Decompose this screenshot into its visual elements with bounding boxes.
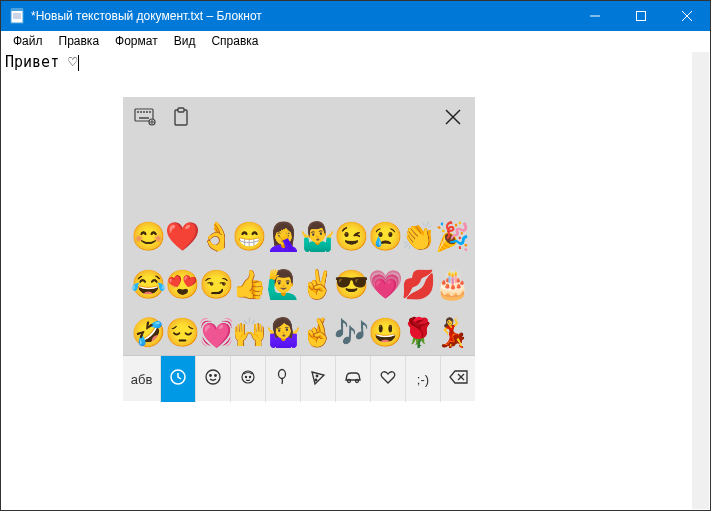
emoji[interactable]: 🙋‍♂️ [266,265,300,305]
emoji[interactable]: 😢 [368,217,402,257]
svg-point-28 [279,370,286,379]
emoji[interactable]: 😃 [368,313,402,353]
emoji-picker-panel: 😊 ❤️ 👌 😁 🤦‍♀️ 🤷‍♂️ 😉 😢 👏 🎉 😂 😍 😏 👍 🙋‍♂️ … [123,97,475,401]
emoji[interactable]: 😍 [165,265,199,305]
backspace-button[interactable] [441,356,476,402]
menu-format[interactable]: Формат [107,32,166,50]
emoji[interactable]: 🎶 [334,313,368,353]
emoji[interactable]: 👌 [199,217,233,257]
emoji[interactable]: 😉 [334,217,368,257]
emoji[interactable]: ✌️ [300,265,334,305]
emoji-row: 😊 ❤️ 👌 😁 🤦‍♀️ 🤷‍♂️ 😉 😢 👏 🎉 [131,215,469,259]
emoji[interactable]: 🤷‍♂️ [300,217,334,257]
menu-help[interactable]: Справка [203,32,266,50]
emoji[interactable]: 🙌 [232,313,266,353]
smiley-icon [204,368,222,390]
person-icon [239,368,257,390]
window-title: *Новый текстовый документ.txt – Блокнот [31,9,572,23]
category-transport[interactable] [336,356,371,402]
emoji[interactable]: 🤦‍♀️ [266,217,300,257]
category-smileys[interactable] [196,356,231,402]
emoji-row: 😂 😍 😏 👍 🙋‍♂️ ✌️ 😎 💗 💋 🎂 [131,263,469,307]
pizza-icon [309,368,327,390]
emoji-row: 🤣 😔 💓 🙌 🤷‍♀️ 🤞 🎶 😃 🌹 💃 [131,311,469,355]
svg-rect-1 [11,8,23,11]
emoji[interactable]: 😂 [131,265,165,305]
category-people[interactable] [231,356,266,402]
emoji[interactable]: 😊 [131,217,165,257]
category-symbols[interactable] [371,356,406,402]
text-caret [78,55,79,71]
svg-point-27 [249,376,250,377]
category-kaomoji[interactable]: ;-) [406,356,441,402]
category-abc[interactable]: абв [123,356,161,402]
emoji[interactable]: 💃 [435,313,469,353]
emoji[interactable]: 🤞 [300,313,334,353]
titlebar[interactable]: *Новый текстовый документ.txt – Блокнот [1,1,710,31]
emoji[interactable]: 👍 [232,265,266,305]
menubar: Файл Правка Формат Вид Справка [1,31,710,51]
emoji[interactable]: 🎉 [435,217,469,257]
emoji[interactable]: 👏 [401,217,435,257]
category-celebration[interactable] [266,356,301,402]
menu-file[interactable]: Файл [5,32,51,50]
svg-point-24 [215,375,217,377]
svg-point-26 [245,376,246,377]
emoji[interactable]: 😔 [165,313,199,353]
emoji-grid: 😊 ❤️ 👌 😁 🤦‍♀️ 🤷‍♂️ 😉 😢 👏 🎉 😂 😍 😏 👍 🙋‍♂️ … [123,137,475,355]
backspace-icon [449,370,469,388]
maximize-button[interactable] [618,1,664,31]
emoji-panel-close-button[interactable] [439,103,467,131]
close-button[interactable] [664,1,710,31]
emoji[interactable]: 💋 [401,265,435,305]
app-window: *Новый текстовый документ.txt – Блокнот … [0,0,711,511]
category-food[interactable] [301,356,336,402]
svg-rect-6 [637,12,646,21]
emoji-panel-toolbar [123,97,475,137]
svg-point-30 [315,379,317,381]
svg-point-22 [206,370,220,384]
menu-view[interactable]: Вид [166,32,204,50]
minimize-button[interactable] [572,1,618,31]
category-recent[interactable] [161,356,196,402]
vertical-scrollbar[interactable] [692,52,709,509]
svg-point-32 [356,380,359,383]
emoji[interactable]: 😏 [199,265,233,305]
editor-content: Привет ♡ [5,53,77,71]
car-icon [343,368,363,390]
balloon-icon [274,368,292,390]
emoji[interactable]: 😁 [232,217,266,257]
emoji[interactable]: 🌹 [401,313,435,353]
clock-icon [169,368,187,390]
notepad-icon [9,8,25,24]
heart-icon [379,368,397,390]
emoji-category-bar: абв [123,355,475,401]
keyboard-settings-icon[interactable] [131,103,159,131]
emoji[interactable]: 💓 [199,313,233,353]
svg-rect-18 [178,108,184,112]
emoji[interactable]: 🎂 [435,265,469,305]
svg-point-29 [316,375,318,377]
emoji[interactable]: ❤️ [165,217,199,257]
svg-point-23 [210,375,212,377]
emoji[interactable]: 💗 [368,265,402,305]
menu-edit[interactable]: Правка [51,32,108,50]
emoji[interactable]: 😎 [334,265,368,305]
svg-point-31 [348,380,351,383]
clipboard-icon[interactable] [167,103,195,131]
emoji[interactable]: 🤷‍♀️ [266,313,300,353]
emoji[interactable]: 🤣 [131,313,165,353]
